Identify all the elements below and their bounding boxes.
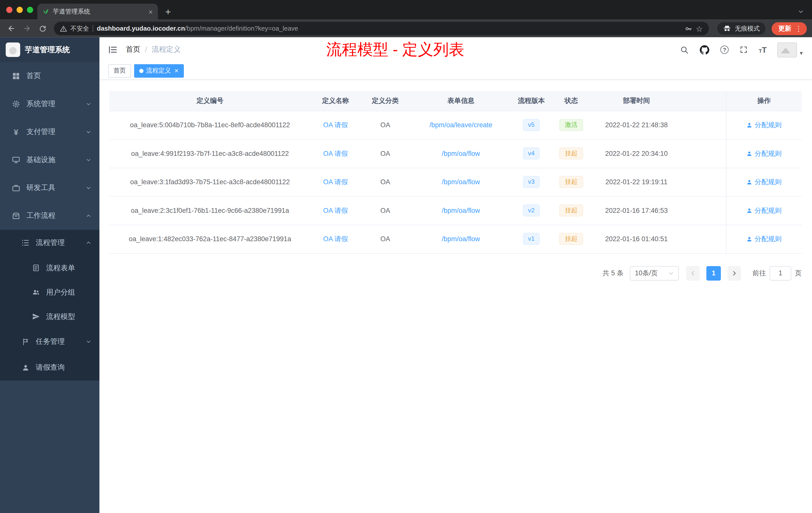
cell-process-version: v3 [512, 168, 551, 196]
cell-deploy-time: 2022-01-22 20:34:10 [591, 139, 682, 168]
cell-definition-name: OA 请假 [311, 168, 360, 196]
browser-tab-strip: 芋道管理系统 × + [0, 0, 812, 20]
chevron-down-icon [86, 339, 91, 344]
definition-name-link[interactable]: OA 请假 [323, 178, 348, 185]
cell-actions: 分配规则 [726, 168, 802, 196]
definition-name-link[interactable]: OA 请假 [323, 121, 348, 129]
sidebar-item-dev-tools[interactable]: 研发工具 [0, 174, 99, 202]
page-size-select[interactable]: 10条/页 [630, 266, 679, 280]
next-page-button[interactable] [728, 266, 741, 280]
tab-close-icon[interactable]: × [149, 8, 153, 15]
back-button[interactable] [5, 22, 18, 35]
definition-table: 定义编号 定义名称 定义分类 表单信息 流程版本 状态 部署时间 操作 [109, 91, 802, 253]
sidebar-item-system-management[interactable]: 系统管理 [0, 90, 99, 118]
help-icon[interactable]: ? [720, 46, 729, 54]
address-bar[interactable]: 不安全 dashboard.yudao.iocoder.cn/bpm/manag… [54, 22, 709, 35]
tag-home[interactable]: 首页 [108, 64, 131, 78]
sidebar-item-task-management[interactable]: 任务管理 [0, 329, 99, 355]
sidebar-item-payment-management[interactable]: ¥ 支付管理 [0, 118, 99, 146]
update-button[interactable]: 更新 ⋮ [772, 22, 807, 35]
prev-page-button[interactable] [686, 266, 700, 280]
main: 首页 / 流程定义 流程模型 - 定义列表 ? TT ▾ [99, 37, 812, 513]
github-icon[interactable] [700, 45, 709, 55]
select-caret-icon [669, 271, 674, 276]
sidebar-item-leave-query[interactable]: 请假查询 [0, 355, 99, 381]
sidebar-item-home[interactable]: 首页 [0, 62, 99, 90]
form-info-link[interactable]: /bpm/oa/flow [442, 178, 480, 186]
breadcrumb-current: 流程定义 [152, 45, 181, 54]
window-close-button[interactable] [6, 7, 12, 13]
search-icon[interactable] [680, 45, 689, 54]
cell-definition-category: OA [360, 111, 410, 139]
tag-process-definition[interactable]: 流程定义 × [134, 64, 183, 78]
form-info-link[interactable]: /bpm/oa/flow [442, 235, 480, 243]
definition-name-link[interactable]: OA 请假 [323, 149, 348, 157]
font-size-icon[interactable]: TT [759, 46, 767, 54]
window-zoom-button[interactable] [27, 7, 33, 13]
form-info-link[interactable]: /bpm/oa/flow [442, 150, 480, 157]
assign-rule-link[interactable]: 分配规则 [747, 177, 782, 186]
tag-label: 流程定义 [146, 66, 171, 75]
user-avatar[interactable]: ▾ [778, 42, 803, 57]
cell-process-version: v2 [512, 196, 551, 224]
fullscreen-icon[interactable] [740, 46, 748, 54]
menu-label-dev-tools: 研发工具 [26, 183, 56, 192]
goto-page-input[interactable] [770, 266, 791, 280]
assign-rule-label: 分配规则 [755, 149, 782, 158]
sidebar-item-process-management[interactable]: 流程管理 [0, 230, 99, 256]
sidebar-item-user-group[interactable]: 用户分组 [0, 280, 99, 304]
assign-rule-link[interactable]: 分配规则 [747, 120, 782, 130]
sidebar-item-infrastructure[interactable]: 基础设施 [0, 146, 99, 174]
assign-rule-link[interactable]: 分配规则 [747, 234, 782, 243]
password-key-icon[interactable] [685, 25, 692, 32]
browser-tab[interactable]: 芋道管理系统 × [37, 3, 158, 20]
cell-definition-id: oa_leave:4:991f2193-7b7f-11ec-a3c8-acde4… [109, 139, 311, 168]
sidebar-item-workflow[interactable]: 工作流程 [0, 202, 99, 230]
menu-label-system: 系统管理 [26, 99, 56, 109]
breadcrumb-home[interactable]: 首页 [126, 45, 140, 54]
sidebar-collapse-icon[interactable] [108, 46, 117, 54]
form-info-link[interactable]: /bpm/oa/flow [442, 207, 480, 214]
dashboard-icon [11, 72, 21, 80]
form-info-link[interactable]: /bpm/oa/leave/create [429, 121, 492, 129]
document-icon [31, 264, 40, 272]
page-number-1[interactable]: 1 [706, 266, 721, 280]
new-tab-button[interactable]: + [165, 7, 171, 17]
window-minimize-button[interactable] [17, 7, 23, 13]
sidebar-item-process-model[interactable]: 流程模型 [0, 304, 99, 329]
cell-filler [682, 196, 726, 224]
cell-form-info: /bpm/oa/flow [410, 139, 512, 168]
assign-rule-link[interactable]: 分配规则 [747, 206, 782, 215]
reload-button[interactable] [36, 22, 49, 35]
bookmark-star-icon[interactable]: ☆ [696, 25, 703, 32]
breadcrumb-separator: / [145, 46, 147, 54]
app-header: 首页 / 流程定义 流程模型 - 定义列表 ? TT ▾ [99, 37, 812, 62]
browser-menu-icon[interactable]: ⋮ [795, 24, 802, 33]
column-deploy-time: 部署时间 [591, 91, 682, 111]
menu-label-workflow: 工作流程 [26, 211, 56, 221]
column-actions: 操作 [726, 91, 802, 111]
chevron-up-icon [86, 213, 91, 219]
pagination-total: 共 5 条 [603, 268, 624, 278]
sidebar-item-process-form[interactable]: 流程表单 [0, 256, 99, 280]
cell-form-info: /bpm/oa/flow [410, 196, 512, 224]
cell-filler [682, 168, 726, 196]
url-host: dashboard.yudao.iocoder.cn [97, 25, 185, 32]
app-logo: 芋道管理系统 [0, 37, 99, 62]
table-row: oa_leave:3:1fad3d93-7b75-11ec-a3c8-acde4… [109, 168, 802, 196]
tab-search-chevron-icon[interactable] [798, 9, 804, 14]
menu-label-user-group: 用户分组 [46, 288, 75, 297]
page-unit-label: 页 [795, 268, 802, 278]
definition-name-link[interactable]: OA 请假 [323, 235, 348, 242]
forward-button[interactable] [21, 22, 33, 35]
tag-close-icon[interactable]: × [174, 67, 178, 74]
cell-definition-name: OA 请假 [311, 139, 360, 168]
avatar-image [778, 42, 797, 57]
archive-box-icon [11, 212, 21, 220]
assign-rule-label: 分配规则 [755, 177, 782, 186]
cell-definition-id: oa_leave:2:3c1f0ef1-76b1-11ec-9c66-a2380… [109, 196, 311, 224]
definition-name-link[interactable]: OA 请假 [323, 206, 348, 214]
app: 芋道管理系统 首页 系统管理 ¥ 支付管理 [0, 37, 812, 513]
column-definition-category: 定义分类 [360, 91, 410, 111]
assign-rule-link[interactable]: 分配规则 [747, 149, 782, 158]
